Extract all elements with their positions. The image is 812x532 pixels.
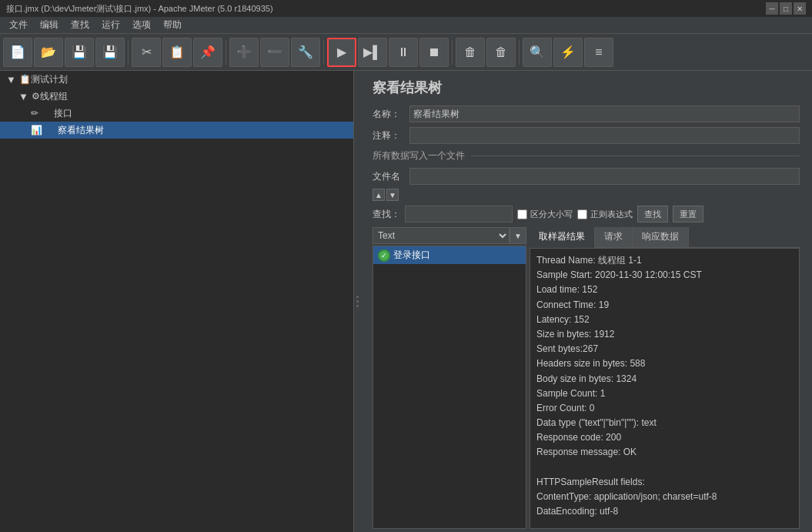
search-toolbar-button[interactable]: 🔍 [523, 38, 552, 67]
tree-arrow-1: ▼ [6, 74, 16, 85]
result-line-4: Latency: 152 [536, 313, 793, 327]
new-button[interactable]: 📄 [3, 38, 32, 67]
name-row: 名称： [360, 103, 812, 125]
toolbar: 📄 📂 💾 💾 ✂ 📋 📌 ➕ ➖ 🔧 ▶ ▶▌ ⏸ ⏹ 🗑 🗑 🔍 ⚡ ≡ [0, 34, 812, 71]
clear-button[interactable]: 🗑 [456, 38, 485, 67]
scroll-down-button[interactable]: ▼ [386, 189, 399, 201]
title-text: 接口.jmx (D:\dev\Jmeter测试\接口.jmx) - Apache… [6, 3, 273, 15]
menu-help[interactable]: 帮助 [157, 17, 188, 33]
tab-response-data[interactable]: 响应数据 [633, 227, 689, 247]
result-line-8: Body size in bytes: 1324 [536, 372, 793, 386]
result-line-11: Data type ("text"|"bin"|""): text [536, 416, 793, 430]
case-sensitive-checkbox[interactable] [517, 209, 527, 219]
menu-file[interactable]: 文件 [3, 17, 34, 33]
pause-button[interactable]: ⏸ [389, 38, 418, 67]
file-row: 文件名 [360, 166, 812, 187]
scroll-up-button[interactable]: ▲ [373, 189, 385, 201]
stop-button[interactable]: ⏹ [419, 38, 449, 67]
dropdown-button[interactable]: ▼ [510, 227, 526, 244]
result-right: 取样器结果 请求 响应数据 Thread Name: 线程组 1-1 Sampl… [530, 227, 800, 529]
resize-handle[interactable] [354, 71, 360, 532]
regex-label: 正则表达式 [590, 209, 633, 220]
result-line-16: ContentType: application/json; charset=u… [536, 490, 793, 504]
main-layout: ▼ 📋 测试计划 ▼ ⚙ 线程组 ✏ 接口 📊 察看结果树 察看结果树 [0, 71, 812, 532]
tree-item-thread-group[interactable]: ▼ ⚙ 线程组 [0, 88, 353, 105]
result-line-5: Size in bytes: 1912 [536, 327, 793, 342]
scroll-arrows: ▲ ▼ [360, 187, 812, 202]
menu-button[interactable]: ≡ [584, 38, 613, 67]
result-line-15: HTTPSampleResult fields: [536, 475, 793, 490]
result-line-1: Sample Start: 2020-11-30 12:00:15 CST [536, 268, 793, 283]
tree-label-thread: 线程组 [40, 90, 68, 103]
clear-all-button[interactable]: 🗑 [486, 38, 516, 67]
name-input[interactable] [409, 105, 800, 122]
settings-button[interactable]: 🔧 [291, 38, 320, 67]
section-divider: 所有数据写入一个文件 [360, 146, 812, 166]
reset-button[interactable]: 重置 [673, 206, 703, 223]
tree-item-test-plan[interactable]: ▼ 📋 测试计划 [0, 71, 353, 88]
tabs-bar: 取样器结果 请求 响应数据 [530, 227, 800, 248]
title-bar: 接口.jmx (D:\dev\Jmeter测试\接口.jmx) - Apache… [0, 0, 812, 17]
menu-run[interactable]: 运行 [95, 17, 126, 33]
file-input[interactable] [409, 168, 800, 185]
result-line-0: Thread Name: 线程组 1-1 [536, 253, 793, 268]
tree-icon-interface: ✏ [31, 108, 38, 119]
search-input[interactable] [405, 206, 513, 223]
result-line-10: Error Count: 0 [536, 401, 793, 416]
result-line-7: Headers size in bytes: 588 [536, 356, 793, 371]
search-label: 查找： [373, 208, 400, 221]
tree-icon-result: 📊 [31, 125, 42, 136]
result-line-9: Sample Count: 1 [536, 386, 793, 401]
format-select[interactable]: Text [373, 227, 510, 244]
regex-checkbox[interactable] [577, 209, 587, 219]
tab-sampler-result[interactable]: 取样器结果 [530, 227, 595, 248]
minimize-button[interactable]: ─ [766, 2, 778, 15]
regex-group: 正则表达式 [577, 209, 633, 220]
start-button[interactable]: ▶ [327, 38, 356, 67]
status-icon-success [378, 249, 390, 262]
case-sensitive-group: 区分大小写 [517, 209, 573, 220]
tree-item-result-tree[interactable]: 📊 察看结果树 [0, 122, 353, 139]
comment-input[interactable] [409, 127, 800, 144]
tab-content: Thread Name: 线程组 1-1 Sample Start: 2020-… [530, 248, 800, 529]
add-button[interactable]: ➕ [229, 38, 259, 67]
result-area: Text ▼ 登录接口 取样器结果 请求 响应数据 [360, 226, 812, 532]
copy-button[interactable]: 📋 [162, 38, 192, 67]
tree-label-result: 察看结果树 [58, 124, 104, 137]
result-item-label: 登录接口 [393, 249, 430, 262]
separator-4 [452, 40, 453, 65]
tab-request[interactable]: 请求 [595, 227, 633, 247]
cut-button[interactable]: ✂ [132, 38, 161, 67]
open-button[interactable]: 📂 [34, 38, 63, 67]
result-line-2: Load time: 152 [536, 283, 793, 297]
paste-button[interactable]: 📌 [193, 38, 222, 67]
name-label: 名称： [373, 108, 403, 121]
start-no-pause-button[interactable]: ▶▌ [358, 38, 387, 67]
tree-icon-plan: 📋 [19, 74, 31, 85]
tree-item-interface[interactable]: ✏ 接口 [0, 105, 353, 122]
tree-icon-thread: ⚙ [32, 91, 40, 102]
comment-label: 注释： [373, 129, 403, 142]
remove-button[interactable]: ➖ [260, 38, 289, 67]
remote-button[interactable]: ⚡ [553, 38, 583, 67]
search-row: 查找： 区分大小写 正则表达式 查找 重置 [360, 202, 812, 226]
menu-options[interactable]: 选项 [126, 17, 157, 33]
tree-arrow-2: ▼ [18, 91, 28, 102]
file-label: 文件名 [373, 170, 403, 183]
result-line-13: Response message: OK [536, 445, 793, 460]
save-button[interactable]: 💾 [65, 38, 94, 67]
result-tree-item[interactable]: 登录接口 [373, 246, 526, 264]
result-tree: 登录接口 [373, 246, 526, 529]
right-panel: 察看结果树 名称： 注释： 所有数据写入一个文件 文件名 ▲ ▼ 查找： [360, 71, 812, 532]
panel-title: 察看结果树 [360, 71, 812, 103]
menu-find[interactable]: 查找 [65, 17, 95, 33]
separator-3 [323, 40, 324, 65]
result-line-3: Connect Time: 19 [536, 298, 793, 313]
search-button[interactable]: 查找 [637, 206, 668, 223]
window-controls: ─ □ ✕ [766, 2, 806, 15]
comment-row: 注释： [360, 125, 812, 146]
menu-edit[interactable]: 编辑 [34, 17, 65, 33]
maximize-button[interactable]: □ [780, 2, 792, 15]
save-as-button[interactable]: 💾 [95, 38, 125, 67]
close-button[interactable]: ✕ [794, 2, 806, 15]
